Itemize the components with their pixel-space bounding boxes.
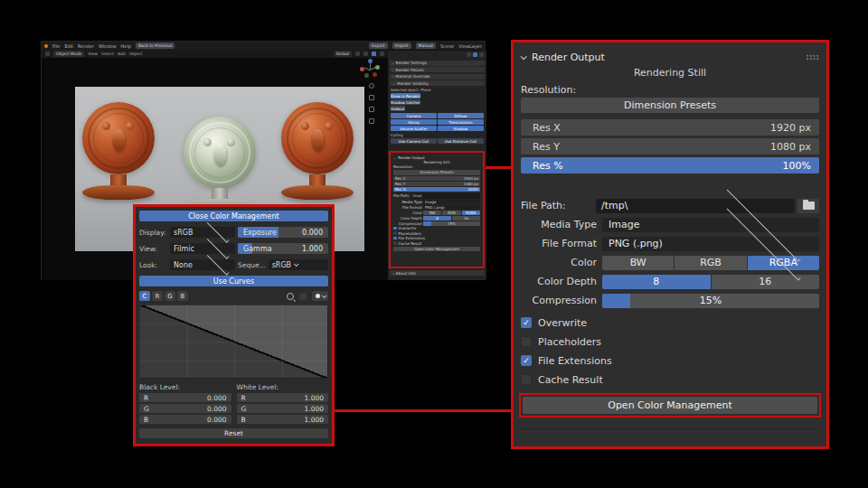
editor-type-icon[interactable] — [45, 52, 50, 56]
mini-checkbox-overwrite[interactable]: Overwrite — [393, 226, 480, 230]
shadow-catcher-button[interactable]: Shadow Catcher — [391, 99, 420, 105]
checkbox-cache-result[interactable]: Cache Result — [521, 373, 819, 386]
checkbox-icon[interactable] — [521, 374, 532, 385]
checkbox-icon[interactable] — [521, 355, 532, 366]
gizmo-x-axis-neg[interactable] — [373, 72, 377, 77]
import-button[interactable]: Import — [392, 42, 411, 49]
section-render-passes[interactable]: ›Render Passes — [390, 67, 485, 72]
checkbox-file-extensions[interactable]: File Extensions — [521, 354, 819, 367]
mini-res-pct[interactable]: Res %100% — [393, 187, 480, 192]
section-render-visibility[interactable]: ⌄Render Visibility — [390, 80, 485, 86]
use-distance-cull-button[interactable]: Use Distance Cull — [438, 138, 484, 144]
mini-file-format[interactable]: File FormatPNG (.png) — [393, 205, 480, 210]
close-color-management-button[interactable]: Close Color Management — [139, 211, 328, 221]
use-curves-button[interactable]: Use Curves — [139, 276, 328, 286]
section-material-override[interactable]: ›Material Override — [390, 74, 485, 80]
navigation-gizmo[interactable] — [360, 59, 382, 80]
color-bw-option[interactable]: BW — [602, 256, 674, 270]
use-camera-cull-button[interactable]: Use Camera Cull — [391, 138, 437, 144]
file-path-input[interactable]: /tmp\ — [596, 199, 795, 213]
gizmo-z-axis[interactable] — [368, 59, 373, 63]
scene-selector[interactable]: Scene — [440, 43, 454, 49]
checkbox-icon[interactable] — [521, 336, 532, 347]
res-x-field[interactable]: Res X1920 px — [521, 119, 819, 136]
gizmo-y-axis-neg[interactable] — [364, 73, 369, 78]
mini-open-color-management[interactable]: Open Color Management — [393, 247, 480, 252]
back-to-previous-button[interactable]: Back to Previous — [136, 42, 175, 49]
clipping-options-icon[interactable] — [299, 293, 307, 300]
ray-volume-scatter-button[interactable]: Volume Scatter — [391, 126, 437, 131]
open-color-management-button[interactable]: Open Color Management — [523, 397, 817, 414]
zoom-icon[interactable] — [287, 293, 294, 300]
black-white-point-sampler[interactable] — [312, 291, 328, 301]
section-render-settings[interactable]: ›Render Settings — [390, 61, 485, 66]
active-tool-icon[interactable] — [473, 52, 477, 57]
white-level-r-field[interactable]: R1.000 — [237, 393, 329, 402]
holdout-button[interactable]: Holdout — [391, 106, 405, 111]
checkbox-placeholders[interactable]: Placeholders — [521, 335, 819, 348]
media-type-dropdown[interactable]: Image — [602, 218, 819, 232]
gizmo-y-axis[interactable] — [375, 65, 380, 70]
black-level-g-field[interactable]: G0.000 — [139, 404, 231, 413]
menu-help[interactable]: Help — [121, 43, 131, 49]
export-button[interactable]: Export — [369, 42, 388, 49]
toolbar-add[interactable]: Add — [118, 52, 126, 56]
ray-camera-button[interactable]: Camera — [391, 113, 437, 118]
reset-button[interactable]: Reset — [139, 428, 328, 438]
mini-color-depth[interactable]: Color Depth 816 — [393, 216, 480, 221]
gizmo-x-axis[interactable] — [360, 67, 364, 71]
white-level-b-field[interactable]: B1.000 — [237, 415, 329, 424]
depth-16-option[interactable]: 16 — [712, 275, 820, 289]
mini-res-x[interactable]: Res X1920 px — [393, 176, 480, 181]
toolbar-object[interactable]: Object — [129, 52, 143, 56]
toggle-grid-icon[interactable] — [369, 118, 374, 124]
checkbox-icon[interactable] — [521, 317, 532, 328]
mini-checkbox-placeholders[interactable]: Placeholders — [393, 231, 480, 236]
blender-logo-icon[interactable] — [44, 44, 48, 48]
orientation-dropdown[interactable]: Global — [334, 51, 352, 57]
channel-r-button[interactable]: R — [152, 291, 163, 301]
mini-compression[interactable]: Compression 15% — [393, 221, 480, 226]
mini-color[interactable]: Color BWRGBRGBA — [393, 211, 480, 215]
tool-icon[interactable] — [467, 52, 471, 57]
drag-grip-icon[interactable] — [806, 54, 819, 61]
look-dropdown[interactable]: None — [170, 259, 235, 270]
mini-media-type[interactable]: Media TypeImage — [393, 200, 480, 204]
color-rgb-option[interactable]: RGB — [675, 256, 746, 270]
menu-render[interactable]: Render — [78, 43, 94, 49]
section-about-info[interactable]: ›About Info — [390, 270, 485, 276]
menu-file[interactable]: File — [52, 43, 60, 49]
mini-dimension-presets[interactable]: Dimension Presets — [393, 170, 480, 175]
zoom-icon[interactable] — [369, 83, 374, 89]
channel-b-button[interactable]: B — [177, 291, 188, 301]
gamma-slider[interactable]: Gamma 1.000 — [238, 243, 328, 254]
res-y-field[interactable]: Res Y1080 px — [521, 138, 819, 155]
dimension-presets-button[interactable]: Dimension Presets — [521, 98, 819, 113]
mini-checkbox-file-extensions[interactable]: File Extensions — [393, 236, 480, 240]
checkbox-overwrite[interactable]: Overwrite — [521, 316, 819, 329]
overlays-icon[interactable] — [372, 52, 376, 56]
depth-8-option[interactable]: 8 — [602, 275, 711, 289]
panel-header[interactable]: Render Output — [521, 50, 819, 64]
menu-window[interactable]: Window — [99, 43, 117, 49]
channel-c-button[interactable]: C — [139, 291, 150, 301]
view-dropdown[interactable]: Filmic — [170, 243, 235, 254]
ray-diffuse-button[interactable]: Diffuse — [438, 113, 484, 118]
menu-edit[interactable]: Edit — [64, 43, 73, 49]
options-icon[interactable] — [479, 52, 484, 57]
black-level-b-field[interactable]: B0.000 — [139, 415, 231, 424]
mini-checkbox-cache-result[interactable]: Cache Result — [393, 241, 480, 246]
res-pct-field[interactable]: Res %100% — [521, 157, 819, 174]
ray-shadow-button[interactable]: Shadow — [438, 126, 484, 131]
viewlayer-selector[interactable]: ViewLayer — [458, 43, 482, 49]
channel-g-button[interactable]: G — [165, 291, 175, 301]
toolbar-view[interactable]: View — [88, 52, 98, 56]
pan-hand-icon[interactable] — [369, 95, 374, 100]
ray-glossy-button[interactable]: Glossy — [391, 119, 437, 125]
ray-transmission-button[interactable]: Transmission — [438, 119, 484, 125]
white-level-g-field[interactable]: G1.000 — [237, 404, 329, 413]
mode-dropdown[interactable]: Object Mode — [53, 51, 84, 57]
display-dropdown[interactable]: sRGB — [170, 227, 235, 238]
sequencer-dropdown[interactable]: sRGB — [269, 259, 328, 270]
manual-button[interactable]: Manual — [416, 42, 436, 49]
